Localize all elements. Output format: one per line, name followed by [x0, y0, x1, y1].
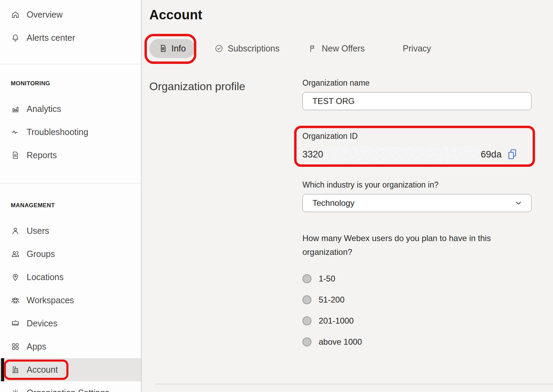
user-count-options: 1-50 51-200 201-1000 above 1000 — [302, 268, 532, 352]
org-id-label: Organization ID — [302, 132, 532, 141]
tab-label: New Offers — [322, 44, 365, 54]
sidebar-item-label: Devices — [27, 318, 57, 328]
chevron-down-icon — [514, 199, 523, 208]
home-icon — [11, 10, 20, 19]
sidebar-divider — [0, 183, 141, 183]
gear-icon — [11, 388, 20, 392]
report-icon — [11, 151, 20, 160]
org-id-suffix: 69da — [481, 149, 502, 160]
industry-label: Which industry is your organization in? — [302, 180, 532, 190]
account-building-icon — [11, 365, 20, 374]
sidebar-item-account[interactable]: Account — [0, 358, 141, 381]
org-name-field-group: Organization name — [302, 78, 532, 110]
industry-selected-value: Technology — [312, 198, 354, 208]
org-id-prefix: 3320 — [302, 149, 323, 160]
sidebar-item-analytics[interactable]: Analytics — [0, 97, 141, 121]
active-indicator — [1, 358, 4, 381]
tab-privacy[interactable]: Privacy — [403, 44, 431, 54]
tab-label: Privacy — [403, 44, 431, 54]
org-name-label: Organization name — [302, 78, 532, 88]
sidebar-item-users[interactable]: Users — [0, 219, 141, 242]
radio-option-51-200[interactable]: 51-200 — [302, 289, 532, 310]
organization-profile-section: Organization profile Organization name O… — [149, 78, 532, 352]
sidebar-item-devices[interactable]: Devices — [0, 312, 141, 335]
radio-option-above-1000[interactable]: above 1000 — [302, 331, 532, 352]
radio-icon — [302, 295, 311, 304]
tab-label: Subscriptions — [228, 44, 280, 54]
sidebar-divider — [0, 64, 141, 64]
users-group-icon — [11, 249, 20, 259]
sidebar: Overview Alerts center MONITORING Analyt… — [0, 0, 142, 392]
sidebar-item-label: Groups — [27, 249, 55, 259]
masked-org-id-blur — [324, 146, 480, 162]
user-icon — [11, 226, 20, 236]
tab-new-offers[interactable]: New Offers — [308, 44, 365, 54]
bar-chart-icon — [11, 104, 20, 114]
radio-option-1-50[interactable]: 1-50 — [302, 268, 532, 289]
sidebar-item-locations[interactable]: Locations — [0, 266, 141, 289]
tab-info[interactable]: Info — [149, 39, 195, 58]
sidebar-item-alerts-center[interactable]: Alerts center — [0, 26, 141, 49]
org-name-input[interactable] — [302, 92, 532, 110]
sidebar-section-management: MANAGEMENT — [0, 199, 141, 212]
apps-grid-icon — [11, 342, 20, 351]
copy-button[interactable] — [507, 148, 519, 161]
sidebar-item-label: Reports — [27, 150, 57, 160]
workspaces-icon — [11, 296, 20, 305]
sidebar-item-organization-settings[interactable]: Organization Settings — [0, 381, 141, 392]
user-count-field-group: How many Webex users do you plan to have… — [302, 231, 532, 352]
sidebar-item-label: Organization Settings — [27, 388, 109, 392]
sidebar-item-overview[interactable]: Overview — [0, 3, 141, 26]
sidebar-item-label: Troubleshooting — [27, 127, 88, 137]
industry-select[interactable]: Technology — [302, 194, 532, 212]
user-count-question: How many Webex users do you plan to have… — [302, 231, 524, 259]
org-id-value: 3320 — [302, 146, 532, 162]
page-title: Account — [149, 8, 532, 22]
sidebar-item-label: Users — [27, 226, 49, 236]
sidebar-item-troubleshooting[interactable]: Troubleshooting — [0, 121, 141, 144]
copy-icon — [507, 149, 517, 160]
location-pin-icon — [11, 273, 20, 282]
sidebar-item-label: Account — [27, 365, 58, 375]
document-icon — [159, 44, 168, 53]
badge-check-icon — [214, 44, 224, 53]
section-divider — [155, 384, 553, 384]
sidebar-item-groups[interactable]: Groups — [0, 242, 141, 266]
industry-field-group: Which industry is your organization in? … — [302, 180, 532, 212]
bell-icon — [11, 33, 20, 42]
tab-subscriptions[interactable]: Subscriptions — [214, 44, 280, 54]
tab-label: Info — [171, 44, 186, 54]
sidebar-item-apps[interactable]: Apps — [0, 335, 141, 358]
sidebar-item-label: Workspaces — [27, 295, 74, 305]
sidebar-item-workspaces[interactable]: Workspaces — [0, 289, 141, 312]
devices-icon — [11, 319, 20, 328]
flag-icon — [308, 44, 318, 53]
sidebar-item-label: Analytics — [27, 104, 61, 114]
radio-icon — [302, 337, 311, 346]
sidebar-item-label: Alerts center — [27, 33, 75, 43]
sidebar-section-monitoring: MONITORING — [0, 77, 141, 90]
main-content: Account Info Subscriptions New Offers — [142, 0, 553, 392]
sidebar-item-label: Apps — [27, 342, 46, 352]
radio-icon — [302, 316, 311, 325]
radio-option-201-1000[interactable]: 201-1000 — [302, 310, 532, 331]
section-title: Organization profile — [149, 78, 246, 95]
sidebar-item-label: Overview — [27, 10, 63, 20]
radio-icon — [302, 274, 311, 283]
tab-bar: Info Subscriptions New Offers Privacy — [149, 38, 532, 58]
org-id-field-group: Organization ID 3320 — [302, 132, 532, 162]
sidebar-item-label: Locations — [27, 272, 64, 282]
sidebar-item-reports[interactable]: Reports — [0, 144, 141, 167]
pulse-icon — [11, 127, 20, 137]
